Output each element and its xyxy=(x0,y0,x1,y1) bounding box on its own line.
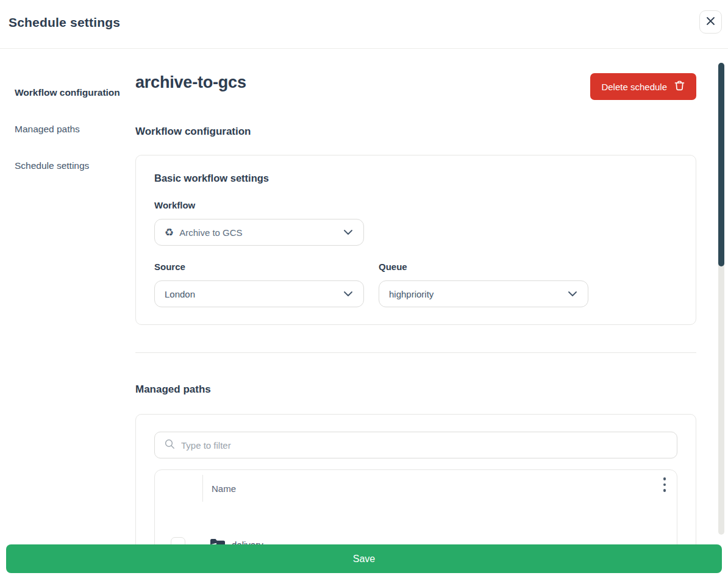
delete-schedule-label: Delete schedule xyxy=(601,82,667,92)
close-button[interactable] xyxy=(699,10,722,34)
chevron-down-icon xyxy=(344,291,352,296)
sidebar-item-managed-paths[interactable]: Managed paths xyxy=(15,122,123,136)
search-icon xyxy=(165,439,175,452)
workflow-field-label: Workflow xyxy=(154,200,677,210)
checkbox-column-spacer xyxy=(155,470,202,505)
scrollbar-track[interactable] xyxy=(718,63,724,535)
main-panel: archive-to-gcs Delete schedule Workflow … xyxy=(135,49,728,581)
modal-header: Schedule settings xyxy=(0,0,728,49)
title-row: archive-to-gcs Delete schedule xyxy=(135,73,696,100)
modal-body: Workflow configuration Managed paths Sch… xyxy=(0,49,728,581)
name-column-header: Name xyxy=(202,475,236,502)
source-field-label: Source xyxy=(154,262,364,272)
bottom-mask xyxy=(0,573,728,581)
paths-table-header: Name xyxy=(155,470,677,505)
workflow-select-value: Archive to GCS xyxy=(179,227,242,238)
settings-sidebar: Workflow configuration Managed paths Sch… xyxy=(0,49,135,581)
queue-field: Queue highpriority xyxy=(379,262,588,307)
filter-input[interactable] xyxy=(181,440,667,451)
close-icon xyxy=(706,16,715,27)
source-field: Source London xyxy=(154,262,364,307)
scrollbar-thumb[interactable] xyxy=(718,63,724,266)
trash-icon xyxy=(674,80,685,93)
basic-workflow-settings-title: Basic workflow settings xyxy=(154,173,677,184)
modal-title: Schedule settings xyxy=(9,15,120,30)
section-divider xyxy=(135,352,696,353)
sidebar-item-schedule-settings[interactable]: Schedule settings xyxy=(15,159,123,173)
chevron-down-icon xyxy=(344,230,352,235)
save-button[interactable]: Save xyxy=(6,544,722,573)
table-options-kebab-icon[interactable] xyxy=(662,476,668,493)
queue-select[interactable]: highpriority xyxy=(379,280,588,307)
source-queue-row: Source London Queue highpriority xyxy=(154,262,677,307)
recycle-icon: ♻ xyxy=(165,227,174,238)
queue-field-label: Queue xyxy=(379,262,588,272)
basic-workflow-settings-card: Basic workflow settings Workflow ♻ Archi… xyxy=(135,155,696,325)
sidebar-item-workflow-configuration[interactable]: Workflow configuration xyxy=(15,85,123,99)
workflow-configuration-heading: Workflow configuration xyxy=(135,126,696,138)
source-select-value: London xyxy=(165,289,195,299)
managed-paths-heading: Managed paths xyxy=(135,383,696,396)
queue-select-value: highpriority xyxy=(389,289,434,299)
delete-schedule-button[interactable]: Delete schedule xyxy=(590,73,696,100)
source-select[interactable]: London xyxy=(154,280,364,307)
workflow-select[interactable]: ♻ Archive to GCS xyxy=(154,219,364,246)
chevron-down-icon xyxy=(568,291,577,296)
filter-field xyxy=(154,432,677,458)
page-title: archive-to-gcs xyxy=(135,73,246,92)
